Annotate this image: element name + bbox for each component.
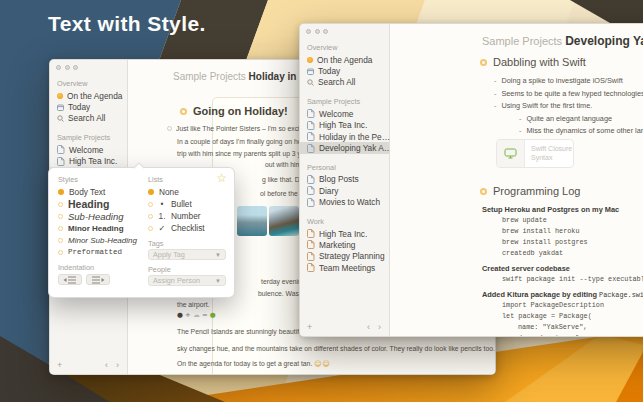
chevron-down-icon: ▼ [215, 278, 221, 284]
sidebar-item-team-meetings[interactable]: Team Meetings [300, 262, 389, 273]
sub-bullet-line: -Miss the dynamics of some other languag… [519, 126, 643, 135]
calendar-icon [57, 104, 64, 111]
indent-button[interactable] [86, 274, 110, 285]
agenda-dot-icon [307, 57, 313, 63]
sidebar-item-today[interactable]: Today [50, 101, 127, 112]
calendar-icon [307, 68, 314, 75]
zoom-button[interactable] [73, 65, 78, 70]
code-line: brew update [502, 216, 547, 224]
sidebar-item-developing-yak[interactable]: Developing Yak A… [300, 142, 389, 153]
style-body-text[interactable]: Body Text [58, 187, 105, 197]
sunglasses-emoji: ☺☺ [314, 360, 331, 368]
attachment-icon-box [497, 140, 525, 167]
photo-thumbnail[interactable] [237, 206, 267, 236]
prev-note-button[interactable]: ‹ [367, 322, 370, 332]
sidebar-item-welcome[interactable]: Welcome [300, 108, 389, 119]
screenshot-stage: Text with Style. Overview On the Agenda … [0, 0, 643, 402]
prev-note-button[interactable]: ‹ [105, 360, 108, 370]
attachment-title: Swift Closure Syntax [525, 140, 572, 167]
next-note-button[interactable]: › [378, 322, 381, 332]
code-line: name: "YakServe", [518, 323, 587, 331]
sidebar-item-on-the-agenda[interactable]: On the Agenda [50, 90, 127, 101]
style-minor-sub-heading[interactable]: Minor Sub-Heading [58, 236, 137, 245]
new-note-button[interactable]: + [307, 322, 312, 332]
list-none[interactable]: None [148, 187, 179, 197]
section-label-work: Work [307, 217, 389, 226]
note-icon-work [307, 229, 315, 238]
minimize-button[interactable] [315, 29, 320, 34]
note-icon [307, 109, 315, 118]
section-label-personal: Personal [307, 163, 389, 172]
window-controls[interactable] [50, 60, 127, 70]
note-icon-work [307, 252, 315, 261]
apply-tag-dropdown[interactable]: Apply Tag ▼ [148, 249, 226, 260]
heading-marker-icon [180, 108, 187, 115]
list-checklist[interactable]: ✓ Checklist [148, 223, 205, 233]
outdent-button[interactable] [58, 274, 82, 285]
note-icon [307, 121, 315, 130]
outdent-icon [63, 276, 77, 284]
sidebar-item-on-the-agenda[interactable]: On the Agenda [300, 54, 389, 65]
new-note-button[interactable]: + [57, 360, 62, 370]
sidebar-item-diary[interactable]: Diary [300, 185, 389, 196]
check-glyph: ✓ [158, 223, 166, 233]
attachment-card-swift-closure[interactable]: Swift Closure Syntax [496, 139, 574, 168]
log-header: Setup Heroku and Postgres on my Mac [482, 205, 619, 214]
sidebar-item-welcome[interactable]: Welcome [50, 144, 127, 155]
circle-icon [58, 250, 63, 255]
section-label-overview: Overview [307, 43, 389, 52]
minimize-button[interactable] [65, 65, 70, 70]
assign-person-dropdown[interactable]: Assign Person ▼ [148, 275, 226, 286]
style-preformatted[interactable]: Preformatted [58, 248, 122, 256]
code-line: swift package init --type executable [502, 275, 643, 283]
note-icon-work [307, 263, 315, 272]
sidebar-item-search-all[interactable]: Search All [50, 113, 127, 124]
style-heading[interactable]: Heading [58, 198, 109, 210]
code-line: dependencies: [ [518, 334, 579, 337]
right-note-editor[interactable]: Sample Projects Developing Yak App Dabbl… [390, 24, 643, 336]
page-title: Developing Yak App [565, 34, 643, 48]
sidebar-footer: + ‹ › [300, 322, 389, 334]
sidebar-item-holiday[interactable]: Holiday in the Pe… [300, 131, 389, 142]
close-button[interactable] [56, 65, 61, 70]
number-glyph: 1. [158, 211, 166, 221]
sidebar-item-movies-to-watch[interactable]: Movies to Watch [300, 197, 389, 208]
note-icon [307, 132, 315, 141]
dark-sphere-emoji: ● [177, 311, 183, 319]
sidebar-item-marketing[interactable]: Marketing [300, 239, 389, 250]
sidebar-item-blog-posts[interactable]: Blog Posts [300, 174, 389, 185]
note-line: sky changes hue, and the mountains take … [177, 345, 496, 352]
sidebar-item-work-high-tea[interactable]: High Tea Inc. [300, 228, 389, 239]
heading-marker-icon [480, 59, 487, 66]
list-number[interactable]: 1. Number [148, 211, 201, 221]
breadcrumb[interactable]: Sample Projects [482, 35, 562, 47]
bullet-line: -Using Swift for the first time. [494, 101, 592, 110]
list-bullet[interactable]: • Bullet [148, 199, 192, 209]
heading-marker-icon [480, 188, 487, 195]
note-heading: Going on Holiday! [180, 105, 288, 117]
sidebar-item-high-tea[interactable]: High Tea Inc. [300, 120, 389, 131]
emoji-equation: ● + ☁ = ● [177, 311, 216, 319]
bullet-line: -Seems to be quite a few hyped technolog… [494, 89, 643, 98]
photo-thumbnail-cliff[interactable] [269, 206, 299, 236]
next-note-button[interactable]: › [116, 360, 119, 370]
circle-icon [148, 214, 153, 219]
style-sub-heading[interactable]: Sub-Heading [58, 211, 123, 222]
zoom-button[interactable] [323, 29, 328, 34]
sidebar-item-today[interactable]: Today [300, 65, 389, 76]
note-icon [57, 145, 65, 154]
window-controls[interactable] [300, 24, 389, 34]
close-button[interactable] [306, 29, 311, 34]
style-minor-heading[interactable]: Minor Heading [58, 224, 124, 233]
sub-bullet-line: -Quite an elegant language [519, 114, 612, 123]
note-icon [307, 186, 315, 195]
agenda-dot-icon [57, 93, 63, 99]
sidebar-item-strategy-planning[interactable]: Strategy Planning [300, 251, 389, 262]
search-icon [57, 115, 64, 122]
sidebar-item-search-all[interactable]: Search All [300, 77, 389, 88]
breadcrumb[interactable]: Sample Projects [173, 71, 246, 82]
log-header: Added Kitura package by editing Package.… [482, 290, 643, 299]
cloud-emoji: ☁ [193, 311, 200, 319]
sidebar-item-high-tea[interactable]: High Tea Inc. [50, 156, 127, 167]
favorite-star-icon[interactable]: ☆ [216, 171, 227, 185]
